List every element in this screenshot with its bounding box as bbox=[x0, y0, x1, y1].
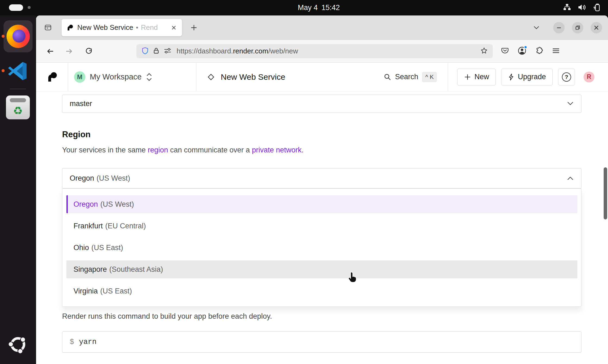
account-notification-dot bbox=[524, 45, 527, 49]
close-icon bbox=[593, 24, 600, 31]
dock-item-trash[interactable]: ♻ bbox=[6, 95, 30, 119]
restore-button[interactable] bbox=[572, 22, 583, 33]
question-mark-icon: ? bbox=[562, 72, 571, 82]
browser-tab[interactable]: New Web Service • Rend bbox=[62, 19, 182, 36]
option-detail: (US East) bbox=[100, 287, 132, 295]
tab-close-button[interactable] bbox=[169, 23, 179, 33]
region-option-singapore[interactable]: Singapore(Southeast Asia) bbox=[66, 260, 577, 278]
firefox-icon bbox=[7, 25, 30, 48]
new-button-label: New bbox=[474, 73, 489, 81]
recycle-icon: ♻ bbox=[13, 105, 23, 116]
region-desc-text: Your services in the same bbox=[62, 146, 148, 154]
option-name: Oregon bbox=[73, 200, 98, 209]
workspace-indicator-dot[interactable] bbox=[28, 6, 31, 9]
region-link[interactable]: region bbox=[148, 146, 168, 154]
user-avatar[interactable]: R bbox=[584, 72, 594, 82]
close-window-button[interactable] bbox=[591, 22, 602, 33]
extensions-icon[interactable] bbox=[535, 47, 543, 56]
system-top-bar: May 415:42 bbox=[0, 0, 608, 15]
command-prompt: $ bbox=[70, 338, 74, 346]
option-name: Singapore bbox=[73, 265, 107, 274]
tab-title-bullet: • bbox=[136, 24, 138, 31]
tab-title-suffix: Rend bbox=[141, 23, 158, 32]
vscode-running-dot bbox=[2, 69, 5, 72]
diamond-icon bbox=[207, 73, 215, 81]
clock-time: 15:42 bbox=[322, 4, 340, 12]
tab-bar: New Web Service • Rend bbox=[36, 15, 608, 40]
region-option-ohio[interactable]: Ohio(US East) bbox=[66, 239, 577, 257]
account-button[interactable] bbox=[518, 46, 526, 56]
new-button[interactable]: New bbox=[457, 69, 496, 85]
region-description: Your services in the same region can com… bbox=[62, 146, 303, 154]
region-desc-text: can communicate over a bbox=[168, 146, 252, 154]
render-favicon bbox=[66, 24, 73, 31]
region-option-frankfurt[interactable]: Frankfurt(EU Central) bbox=[66, 217, 577, 235]
page-scrollbar[interactable] bbox=[604, 167, 607, 219]
plus-icon bbox=[464, 74, 471, 81]
volume-icon bbox=[578, 4, 586, 12]
tracking-protection-icon[interactable] bbox=[141, 47, 149, 56]
region-selected-detail: (US West) bbox=[97, 174, 130, 183]
clock-date: May 4 bbox=[298, 4, 318, 12]
private-network-link[interactable]: private network. bbox=[252, 146, 304, 154]
firefox-running-dot bbox=[2, 35, 5, 38]
render-logo[interactable] bbox=[36, 71, 68, 83]
reload-icon bbox=[85, 47, 93, 55]
search-label: Search bbox=[395, 73, 418, 81]
minimize-button[interactable] bbox=[553, 22, 565, 33]
dock-separator bbox=[10, 89, 26, 89]
build-command-input[interactable]: $ yarn bbox=[62, 331, 581, 353]
url-domain: render.com bbox=[233, 47, 268, 55]
back-icon bbox=[46, 47, 54, 55]
forward-button[interactable] bbox=[63, 44, 76, 58]
workspace-avatar: M bbox=[74, 71, 85, 83]
region-option-virginia[interactable]: Virginia(US East) bbox=[66, 282, 577, 300]
page-title: New Web Service bbox=[221, 72, 285, 82]
dock-item-vscode[interactable] bbox=[7, 60, 29, 82]
upgrade-button[interactable]: Upgrade bbox=[501, 69, 553, 85]
new-tab-button[interactable] bbox=[187, 21, 200, 34]
system-clock[interactable]: May 415:42 bbox=[298, 0, 344, 15]
ubuntu-logo[interactable] bbox=[8, 334, 28, 355]
browser-window: New Web Service • Rend bbox=[36, 15, 608, 364]
trash-lid bbox=[10, 98, 26, 102]
option-detail: (US West) bbox=[100, 200, 134, 209]
vscode-icon bbox=[7, 60, 29, 82]
search-button[interactable]: Search ^ K bbox=[384, 72, 437, 82]
dock-item-firefox[interactable] bbox=[4, 20, 33, 52]
workspace-switcher[interactable]: M My Workspace bbox=[68, 71, 196, 83]
header-actions: New Upgrade ? R bbox=[448, 69, 608, 85]
menu-button[interactable] bbox=[552, 47, 560, 56]
activities-indicator[interactable] bbox=[9, 4, 23, 11]
upgrade-button-label: Upgrade bbox=[518, 73, 546, 81]
chevron-down-icon bbox=[567, 100, 574, 108]
option-name: Frankfurt bbox=[73, 222, 103, 230]
chevron-updown-icon bbox=[146, 72, 152, 82]
pocket-icon[interactable] bbox=[501, 47, 509, 56]
back-button[interactable] bbox=[43, 44, 57, 58]
branch-select[interactable]: master bbox=[62, 95, 581, 113]
lock-icon[interactable] bbox=[153, 47, 160, 55]
firefox-view-icon bbox=[44, 24, 52, 31]
region-option-oregon[interactable]: Oregon(US West) bbox=[66, 195, 577, 213]
region-options-listbox: Oregon(US West) Frankfurt(EU Central) Oh… bbox=[62, 189, 581, 307]
window-controls bbox=[553, 22, 602, 33]
mouse-cursor bbox=[348, 272, 357, 284]
system-status-icons[interactable] bbox=[563, 0, 601, 15]
tab-list-button[interactable] bbox=[530, 21, 543, 34]
bookmark-star-icon[interactable] bbox=[480, 47, 488, 56]
tab-title: New Web Service bbox=[77, 23, 133, 32]
battery-icon bbox=[592, 3, 601, 12]
network-icon bbox=[563, 4, 571, 12]
firefox-view-button[interactable] bbox=[41, 21, 55, 34]
url-bar[interactable]: https://dashboard.render.com/web/new bbox=[136, 44, 493, 58]
option-detail: (US East) bbox=[91, 244, 123, 252]
reload-button[interactable] bbox=[82, 44, 96, 58]
region-select[interactable]: Oregon (US West) bbox=[62, 168, 581, 189]
plus-icon bbox=[190, 24, 198, 31]
search-shortcut-kbd: ^ K bbox=[422, 72, 437, 82]
url-text[interactable]: https://dashboard.render.com/web/new bbox=[177, 47, 480, 55]
close-icon bbox=[171, 24, 177, 31]
permissions-icon[interactable] bbox=[164, 47, 172, 55]
help-button[interactable]: ? bbox=[558, 69, 575, 85]
